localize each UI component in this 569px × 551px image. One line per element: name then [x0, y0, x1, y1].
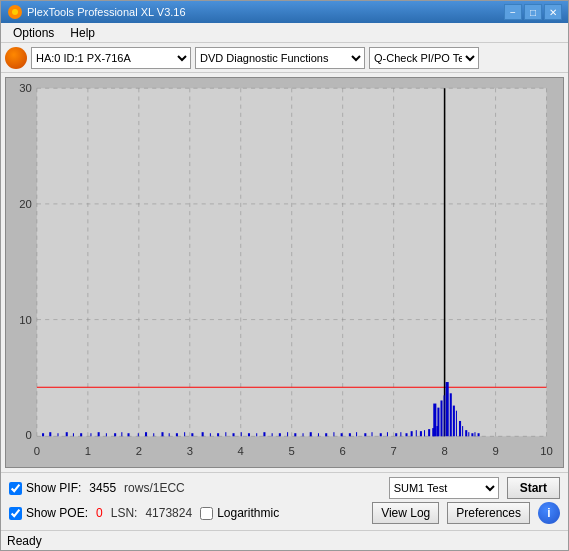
svg-rect-73: [333, 432, 334, 436]
svg-rect-87: [424, 430, 425, 436]
svg-rect-101: [465, 430, 467, 436]
svg-rect-64: [263, 432, 265, 436]
app-icon: [7, 4, 23, 20]
bottom-row-2: Show POE: 0 LSN: 4173824 Logarithmic Vie…: [9, 502, 560, 524]
svg-rect-67: [287, 432, 288, 436]
svg-rect-94: [444, 395, 445, 436]
svg-text:7: 7: [390, 445, 396, 457]
test-select[interactable]: Q-Check PI/PO Test: [369, 47, 479, 69]
chart-area: 30 20 10 0 0 1 2 3 4 5 6 7 8 9 10: [5, 77, 564, 468]
svg-rect-77: [364, 433, 366, 436]
show-pif-checkbox[interactable]: [9, 482, 22, 495]
svg-rect-72: [325, 433, 327, 436]
menu-help[interactable]: Help: [62, 24, 103, 42]
svg-rect-74: [341, 433, 343, 436]
preferences-button[interactable]: Preferences: [447, 502, 530, 524]
svg-rect-49: [145, 432, 147, 436]
svg-text:1: 1: [85, 445, 91, 457]
svg-rect-43: [98, 432, 100, 436]
view-log-button[interactable]: View Log: [372, 502, 439, 524]
lsn-value: 4173824: [145, 506, 192, 520]
poe-value: 0: [96, 506, 103, 520]
svg-rect-97: [453, 406, 455, 437]
svg-rect-56: [202, 432, 204, 436]
svg-rect-70: [310, 432, 312, 436]
svg-rect-53: [176, 433, 178, 436]
svg-rect-93: [440, 400, 442, 436]
close-button[interactable]: ✕: [544, 4, 562, 20]
show-pif-label: Show PIF:: [9, 481, 81, 495]
bottom-row-1: Show PIF: 3455 rows/1ECC SUM1 Test SUM8 …: [9, 477, 560, 499]
maximize-button[interactable]: □: [524, 4, 542, 20]
minimize-button[interactable]: −: [504, 4, 522, 20]
chart-svg: 30 20 10 0 0 1 2 3 4 5 6 7 8 9 10: [6, 78, 563, 467]
svg-text:8: 8: [441, 445, 447, 457]
window-controls: − □ ✕: [504, 4, 562, 20]
svg-rect-84: [411, 431, 413, 436]
svg-rect-62: [248, 433, 250, 436]
svg-rect-37: [49, 432, 51, 436]
svg-rect-60: [233, 433, 235, 436]
svg-rect-50: [153, 433, 154, 436]
svg-rect-38: [57, 433, 58, 436]
svg-rect-91: [433, 404, 436, 437]
info-button[interactable]: i: [538, 502, 560, 524]
svg-text:3: 3: [187, 445, 193, 457]
show-poe-text: Show POE:: [26, 506, 88, 520]
svg-rect-51: [161, 432, 163, 436]
svg-rect-40: [73, 433, 74, 436]
svg-rect-46: [121, 432, 122, 436]
svg-rect-95: [446, 382, 449, 436]
svg-rect-85: [416, 430, 417, 436]
svg-rect-48: [138, 433, 139, 436]
show-poe-checkbox[interactable]: [9, 507, 22, 520]
svg-rect-86: [420, 431, 422, 436]
bottom-bar: Show PIF: 3455 rows/1ECC SUM1 Test SUM8 …: [1, 472, 568, 530]
logarithmic-checkbox[interactable]: [200, 507, 213, 520]
svg-rect-76: [356, 432, 357, 436]
menu-bar: Options Help: [1, 23, 568, 43]
device-select[interactable]: HA:0 ID:1 PX-716A: [31, 47, 191, 69]
svg-rect-47: [127, 433, 129, 436]
svg-rect-81: [395, 433, 397, 436]
svg-rect-61: [241, 432, 242, 436]
window-title: PlexTools Professional XL V3.16: [27, 6, 504, 18]
svg-rect-45: [114, 433, 116, 436]
svg-rect-98: [456, 411, 457, 437]
svg-rect-103: [471, 433, 473, 436]
svg-text:2: 2: [136, 445, 142, 457]
svg-text:30: 30: [19, 82, 32, 94]
svg-rect-42: [90, 433, 91, 436]
svg-text:0: 0: [34, 445, 40, 457]
function-select[interactable]: DVD Diagnostic Functions: [195, 47, 365, 69]
svg-text:10: 10: [19, 314, 32, 326]
svg-text:6: 6: [340, 445, 346, 457]
sum-test-select[interactable]: SUM1 Test SUM8 Test: [389, 477, 499, 499]
pif-value: 3455: [89, 481, 116, 495]
svg-rect-82: [400, 432, 401, 436]
svg-rect-65: [272, 433, 273, 436]
svg-rect-52: [169, 433, 170, 436]
title-bar: PlexTools Professional XL V3.16 − □ ✕: [1, 1, 568, 23]
svg-rect-88: [428, 429, 430, 436]
svg-rect-59: [225, 432, 226, 436]
svg-rect-69: [303, 433, 304, 436]
svg-rect-102: [468, 432, 469, 436]
svg-text:20: 20: [19, 198, 32, 210]
svg-rect-36: [42, 433, 44, 436]
start-button[interactable]: Start: [507, 477, 560, 499]
svg-rect-44: [106, 433, 107, 436]
svg-rect-41: [80, 433, 82, 436]
svg-rect-99: [459, 421, 461, 436]
svg-text:5: 5: [289, 445, 295, 457]
svg-rect-63: [256, 433, 257, 436]
svg-text:10: 10: [540, 445, 553, 457]
show-poe-label: Show POE:: [9, 506, 88, 520]
svg-rect-80: [387, 432, 388, 436]
toolbar: HA:0 ID:1 PX-716A DVD Diagnostic Functio…: [1, 43, 568, 73]
main-window: PlexTools Professional XL V3.16 − □ ✕ Op…: [0, 0, 569, 551]
status-bar: Ready: [1, 530, 568, 550]
svg-rect-55: [191, 433, 193, 436]
svg-rect-104: [474, 432, 475, 436]
menu-options[interactable]: Options: [5, 24, 62, 42]
